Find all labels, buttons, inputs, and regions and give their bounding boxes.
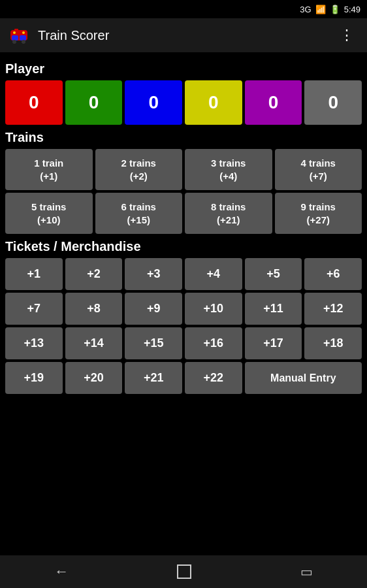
ticket-btn-16[interactable]: +16 bbox=[185, 327, 242, 359]
app-logo-icon bbox=[8, 24, 31, 47]
svg-point-6 bbox=[13, 31, 16, 34]
player-cell-3[interactable]: 0 bbox=[125, 80, 182, 125]
train-btn-4[interactable]: 4 trains(+7) bbox=[275, 149, 362, 190]
svg-point-4 bbox=[22, 40, 25, 44]
main-content: Player 0 0 0 0 0 0 Trains 1 train(+1) 2 … bbox=[0, 52, 367, 394]
ticket-btn-22[interactable]: +22 bbox=[185, 362, 242, 394]
network-indicator: 3G bbox=[300, 5, 311, 14]
tickets-grid: +1 +2 +3 +4 +5 +6 +7 +8 +9 +10 +11 +12 +… bbox=[5, 258, 362, 394]
ticket-btn-8[interactable]: +8 bbox=[65, 293, 123, 325]
player-cell-4[interactable]: 0 bbox=[185, 80, 242, 125]
ticket-btn-7[interactable]: +7 bbox=[5, 293, 63, 325]
player-cell-2[interactable]: 0 bbox=[65, 80, 123, 125]
ticket-btn-14[interactable]: +14 bbox=[65, 327, 123, 359]
trains-section-label: Trains bbox=[5, 130, 362, 145]
ticket-btn-2[interactable]: +2 bbox=[65, 258, 123, 290]
tickets-section-label: Tickets / Merchandise bbox=[5, 239, 362, 254]
ticket-btn-20[interactable]: +20 bbox=[65, 362, 123, 394]
svg-rect-5 bbox=[14, 29, 18, 31]
player-row: 0 0 0 0 0 0 bbox=[5, 80, 362, 125]
player-cell-5[interactable]: 0 bbox=[245, 80, 302, 125]
signal-icon: 📶 bbox=[315, 5, 326, 14]
svg-rect-2 bbox=[20, 35, 26, 41]
back-button[interactable]: ← bbox=[54, 563, 69, 580]
ticket-btn-3[interactable]: +3 bbox=[125, 258, 182, 290]
ticket-btn-1[interactable]: +1 bbox=[5, 258, 63, 290]
svg-point-3 bbox=[12, 40, 16, 44]
player-cell-1[interactable]: 0 bbox=[5, 80, 63, 125]
train-btn-8[interactable]: 8 trains(+21) bbox=[185, 193, 272, 234]
status-bar: 3G 📶 🔋 5:49 bbox=[0, 0, 367, 18]
app-bar: Train Scorer ⋮ bbox=[0, 18, 367, 52]
ticket-btn-13[interactable]: +13 bbox=[5, 327, 63, 359]
battery-icon: 🔋 bbox=[330, 5, 340, 14]
player-section-label: Player bbox=[5, 61, 362, 76]
time-display: 5:49 bbox=[344, 5, 360, 14]
ticket-btn-15[interactable]: +15 bbox=[125, 327, 182, 359]
ticket-btn-17[interactable]: +17 bbox=[245, 327, 302, 359]
ticket-btn-12[interactable]: +12 bbox=[304, 293, 362, 325]
ticket-btn-6[interactable]: +6 bbox=[304, 258, 362, 290]
ticket-btn-10[interactable]: +10 bbox=[185, 293, 242, 325]
ticket-btn-11[interactable]: +11 bbox=[245, 293, 302, 325]
nav-bar: ← ▭ bbox=[0, 555, 367, 588]
app-bar-left: Train Scorer bbox=[8, 24, 109, 47]
home-button[interactable] bbox=[177, 564, 191, 579]
ticket-btn-4[interactable]: +4 bbox=[185, 258, 242, 290]
train-btn-1[interactable]: 1 train(+1) bbox=[5, 149, 93, 190]
svg-rect-1 bbox=[12, 35, 18, 41]
ticket-btn-21[interactable]: +21 bbox=[125, 362, 182, 394]
train-btn-2[interactable]: 2 trains(+2) bbox=[95, 149, 183, 190]
ticket-btn-18[interactable]: +18 bbox=[304, 327, 362, 359]
ticket-btn-19[interactable]: +19 bbox=[5, 362, 63, 394]
app-title: Train Scorer bbox=[38, 28, 109, 43]
manual-entry-button[interactable]: Manual Entry bbox=[245, 362, 362, 394]
train-btn-3[interactable]: 3 trains(+4) bbox=[185, 149, 272, 190]
overflow-menu-button[interactable]: ⋮ bbox=[334, 24, 359, 46]
ticket-btn-9[interactable]: +9 bbox=[125, 293, 182, 325]
train-btn-5[interactable]: 5 trains(+10) bbox=[5, 193, 93, 234]
train-btn-6[interactable]: 6 trains(+15) bbox=[95, 193, 183, 234]
player-cell-6[interactable]: 0 bbox=[304, 80, 362, 125]
recents-button[interactable]: ▭ bbox=[300, 564, 313, 580]
svg-point-7 bbox=[22, 31, 25, 34]
train-btn-9[interactable]: 9 trains(+27) bbox=[275, 193, 362, 234]
trains-grid: 1 train(+1) 2 trains(+2) 3 trains(+4) 4 … bbox=[5, 149, 362, 234]
ticket-btn-5[interactable]: +5 bbox=[245, 258, 302, 290]
